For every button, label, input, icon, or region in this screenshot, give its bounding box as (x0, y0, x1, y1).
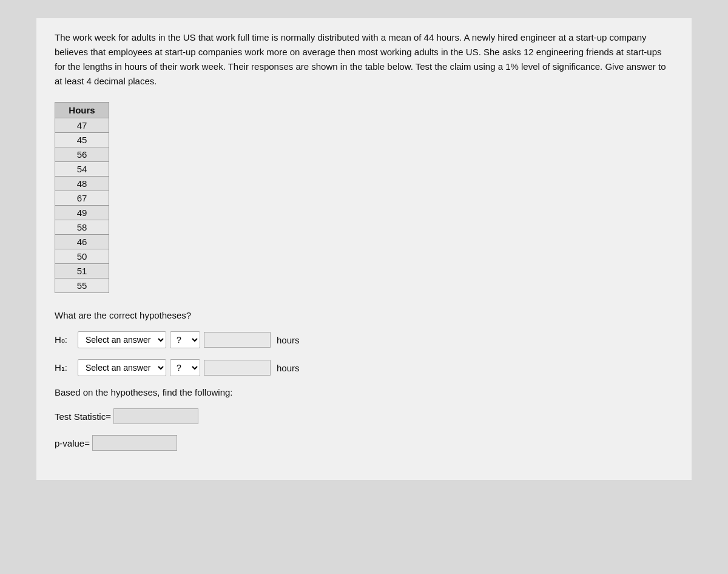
table-header: Hours (55, 103, 109, 118)
h1-label: H₁: (55, 362, 72, 373)
hours-table: Hours 474556544867495846505155 (55, 102, 109, 293)
table-row: 55 (55, 279, 109, 293)
h1-symbol-select[interactable]: ? = ≠ < > ≤ ≥ (170, 359, 200, 376)
intro-paragraph: The work week for adults in the US that … (55, 30, 673, 89)
main-content: The work week for adults in the US that … (36, 18, 692, 480)
h1-value-input[interactable] (204, 360, 271, 376)
test-statistic-label: Test Statistic= (55, 411, 111, 422)
h0-select-answer[interactable]: Select an answer μ x̄ p (78, 331, 166, 348)
h0-value-input[interactable] (204, 332, 271, 348)
table-row: 56 (55, 147, 109, 162)
based-on-label: Based on the hypotheses, find the follow… (55, 387, 673, 397)
p-value-label: p-value= (55, 438, 90, 448)
table-row: 51 (55, 264, 109, 279)
table-row: 48 (55, 177, 109, 191)
table-row: 45 (55, 133, 109, 147)
table-row: 58 (55, 220, 109, 235)
h0-symbol-select[interactable]: ? = ≠ < > ≤ ≥ (170, 331, 200, 348)
table-row: 49 (55, 206, 109, 220)
test-statistic-row: Test Statistic= (55, 408, 673, 424)
table-row: 47 (55, 118, 109, 133)
h0-label: H₀: (55, 334, 72, 345)
table-row: 54 (55, 162, 109, 177)
h0-row: H₀: Select an answer μ x̄ p ? = ≠ < > ≤ … (55, 331, 673, 348)
hypotheses-question: What are the correct hypotheses? (55, 310, 673, 320)
h1-row: H₁: Select an answer μ x̄ p ? = ≠ < > ≤ … (55, 359, 673, 376)
h0-units: hours (277, 335, 300, 345)
p-value-input[interactable] (92, 435, 177, 451)
table-row: 46 (55, 235, 109, 249)
h1-select-answer[interactable]: Select an answer μ x̄ p (78, 359, 166, 376)
h1-units: hours (277, 363, 300, 373)
p-value-row: p-value= (55, 435, 673, 451)
test-statistic-input[interactable] (113, 408, 198, 424)
table-row: 50 (55, 249, 109, 264)
table-row: 67 (55, 191, 109, 206)
